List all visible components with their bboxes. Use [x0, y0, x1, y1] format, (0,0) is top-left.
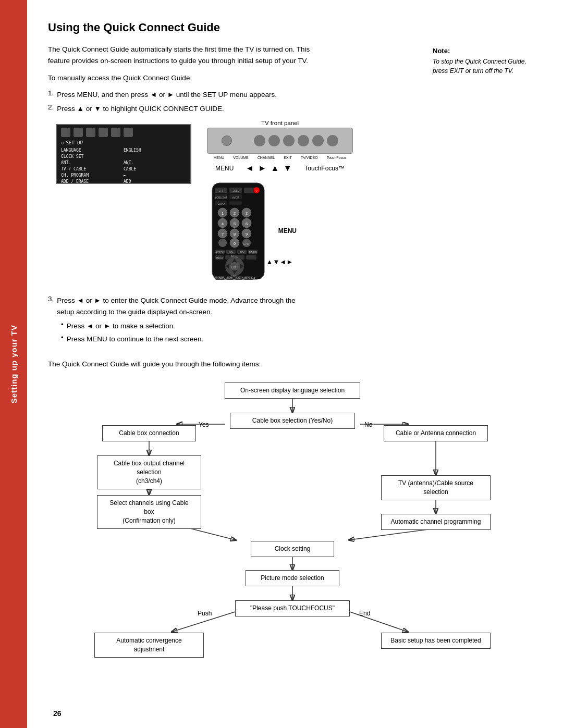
box-clock: Clock setting: [251, 541, 334, 557]
menu-icon-6: [124, 128, 133, 137]
menu-item-tv-cable: TV / CABLE: [61, 166, 124, 172]
svg-text:1: 1: [222, 211, 224, 216]
flow-wrap: On-screen display language selection Cab…: [63, 378, 522, 701]
step1: 1. Press MENU, and then press ◄ or ► unt…: [48, 89, 314, 101]
box-cable-select: Cable box selection (Yes/No): [230, 413, 355, 429]
menu-arrow-row: MENU ◄ ► ▲ ▼ TouchFocus™: [207, 164, 353, 173]
menu-item-ant: ANT.: [61, 160, 124, 166]
svg-text:EXIT: EXIT: [227, 277, 232, 280]
menu-icon-5: [111, 128, 120, 137]
menu-item-ch-program: CH. PROGRAM: [61, 172, 124, 179]
svg-text:7: 7: [222, 232, 224, 237]
page-number: 26: [53, 709, 62, 718]
intro-paragraph1: The Quick Connect Guide automatically st…: [48, 44, 319, 66]
flowchart-area: The Quick Connect Guide will guide you t…: [48, 360, 537, 701]
step2: 2. Press ▲ or ▼ to highlight QUICK CONNE…: [48, 103, 314, 115]
select-ch-line1: Select channels using Cable box: [109, 499, 188, 515]
svg-text:ACTON: ACTON: [215, 251, 225, 254]
svg-text:●DVD: ●DVD: [217, 202, 225, 205]
menu-icon-3: [86, 128, 95, 137]
sidebar-label: Setting up your TV: [9, 325, 18, 403]
menu-label: MENU: [215, 165, 234, 172]
sidebar: Setting up your TV: [0, 0, 27, 728]
note-title: Note:: [433, 47, 537, 55]
setup-label: ⊙ SET UP: [61, 139, 186, 146]
svg-text:ON: ON: [229, 251, 233, 254]
panel-btn-ch: [283, 135, 295, 146]
menu-items: LANGUAGEENGLISH CLOCK SET ANT.ANT. TV / …: [61, 147, 186, 184]
svg-text:8: 8: [234, 232, 236, 237]
menu-item-add-erase: ADD / ERASE: [61, 179, 124, 184]
svg-text:VOL: VOL: [236, 277, 241, 280]
box-cable-output: Cable box output channel selection (ch3/…: [97, 455, 201, 489]
box-basic-setup: Basic setup has been completed: [381, 633, 491, 649]
label-push: Push: [198, 610, 212, 617]
remote-arrows-label: ▲▼◄►: [266, 258, 293, 266]
box-auto-ch: Automatic channel programming: [381, 514, 491, 530]
svg-text:0: 0: [234, 241, 236, 246]
note-content: To stop the Quick Connect Guide, press E…: [433, 57, 537, 76]
svg-text:4: 4: [222, 221, 224, 226]
box-lang-select: On-screen display language selection: [225, 382, 360, 399]
box-select-ch: Select channels using Cable box (Confirm…: [97, 495, 201, 528]
step1-num: 1.: [48, 89, 54, 101]
cable-output-line1: Cable box output channel selection: [114, 460, 185, 476]
select-ch-line2: (Confirmation only): [123, 517, 175, 524]
svg-text:●TV: ●TV: [218, 189, 224, 192]
panel-btn-vol: [268, 135, 280, 146]
step1-text: Press MENU, and then press ◄ or ► until …: [57, 89, 277, 101]
touchfocus-label: TouchFocus™: [304, 165, 345, 172]
svg-text:2: 2: [234, 211, 236, 216]
menu-item-language: LANGUAGE: [61, 147, 124, 154]
panel-btn-exit: [298, 135, 309, 146]
intro-paragraph2: To manually access the Quick Connect Gui…: [48, 72, 319, 84]
note-box: Note: To stop the Quick Connect Guide, p…: [433, 47, 537, 76]
panel-button-labels: MENU VOLUME CHANNEL EXIT TV/VIDEO TouchF…: [207, 156, 353, 159]
menu-icon-4: [99, 128, 108, 137]
svg-text:CH BACK: CH BACK: [215, 277, 225, 280]
panel-btn-focus: [327, 135, 338, 146]
remote-menu-label: MENU: [278, 227, 297, 235]
bullet1: • Press ◄ or ► to make a selection.: [61, 320, 314, 332]
svg-point-33: [218, 239, 227, 247]
svg-text:9: 9: [246, 232, 248, 237]
panel-center-buttons: [254, 135, 338, 146]
remote-svg: ●TV ●CBL ○ ●CBL/SAT ●VCR: [207, 180, 270, 285]
step3-num: 3.: [48, 295, 54, 317]
step2-text: Press ▲ or ▼ to highlight QUICK CONNECT …: [57, 103, 224, 115]
tv-panel: [207, 128, 353, 154]
bullet2-text: Press MENU to continue to the next scree…: [67, 334, 204, 345]
menu-icons: [61, 128, 186, 137]
box-cable-antenna: Cable or Antenna connection: [384, 425, 488, 441]
label-end: End: [359, 610, 370, 617]
panel-button-group: [222, 135, 232, 146]
svg-text:○: ○: [255, 189, 258, 192]
menu-screenshot: ⊙ SET UP LANGUAGEENGLISH CLOCK SET ANT.A…: [56, 124, 191, 184]
svg-rect-50: [246, 255, 256, 260]
svg-rect-14: [229, 201, 242, 205]
tv-panel-label: TV front panel: [207, 120, 353, 126]
box-picture: Picture mode selection: [246, 570, 339, 586]
panel-buttons-top: [222, 135, 232, 146]
label-no: No: [364, 421, 372, 428]
svg-text:5: 5: [234, 221, 236, 226]
menu-tv-area: ⊙ SET UP LANGUAGEENGLISH CLOCK SET ANT.A…: [48, 120, 537, 287]
svg-text:●VCR: ●VCR: [232, 196, 239, 199]
svg-text:FAV▲: FAV▲: [231, 255, 238, 258]
panel-btn-menu: [254, 135, 265, 146]
menu-icon-1: [61, 128, 70, 137]
label-yes: Yes: [199, 421, 209, 428]
step3-area: 3. Press ◄ or ► to enter the Quick Conne…: [48, 295, 314, 344]
step2-num: 2.: [48, 103, 54, 115]
bullet2: • Press MENU to continue to the next scr…: [61, 334, 314, 345]
svg-text:ENT: ENT: [231, 265, 239, 269]
remote-container: ●TV ●CBL ○ ●CBL/SAT ●VCR: [207, 180, 270, 287]
cable-output-line2: (ch3/ch4): [136, 477, 162, 485]
svg-text:3: 3: [246, 211, 248, 216]
remote-wrapper: ●TV ●CBL ○ ●CBL/SAT ●VCR: [207, 180, 353, 287]
menu-item-clock: CLOCK SET: [61, 154, 124, 160]
svg-text:ONE CLEAR: ONE CLEAR: [242, 277, 256, 280]
box-tv-antenna: TV (antenna)/Cable source selection: [381, 475, 491, 500]
tv-remote-panel: TV front panel: [207, 120, 353, 287]
step3: 3. Press ◄ or ► to enter the Quick Conne…: [48, 295, 314, 317]
